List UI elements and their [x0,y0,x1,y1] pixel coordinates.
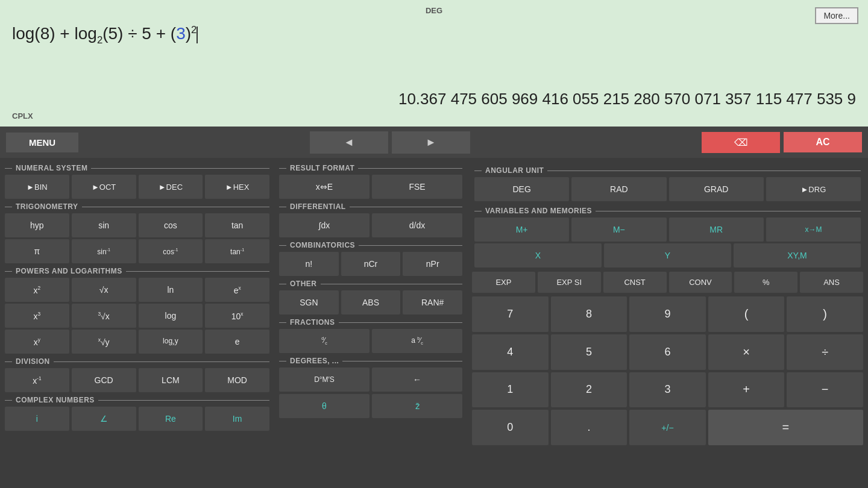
degrees-header: DEGREES, ... [279,357,462,365]
i-button[interactable]: i [5,407,69,431]
left-arrow-button[interactable]: ◄ [310,131,388,154]
lparen-button[interactable]: ( [708,296,785,332]
backspace-button[interactable]: ⌫ [702,132,780,153]
0-button[interactable]: 0 [472,410,549,445]
10x-button[interactable]: 10x [205,304,269,328]
abs-button[interactable]: ABS [341,290,401,314]
xym-button[interactable]: XY,M [734,243,861,267]
7-button[interactable]: 7 [472,296,549,332]
sin-button[interactable]: sin [72,213,136,237]
exp-button[interactable]: EXP [472,272,535,293]
cbrt-button[interactable]: 3√x [72,304,136,328]
8-button[interactable]: 8 [551,296,627,332]
6-button[interactable]: 6 [629,334,706,370]
menu-button[interactable]: MENU [6,133,78,152]
fse-button[interactable]: FSE [372,175,462,199]
ex-button[interactable]: ex [205,278,269,302]
plus-button[interactable]: + [708,372,785,408]
dot-button[interactable]: . [551,410,627,445]
xm-button[interactable]: x→M [766,217,861,242]
lcm-button[interactable]: LCM [139,368,203,392]
right-arrow-button[interactable]: ► [392,131,470,154]
9-button[interactable]: 9 [629,296,706,332]
hex-button[interactable]: ►HEX [205,175,269,199]
toolbar: MENU ◄ ► ⌫ AC [0,127,868,158]
other-row: SGN ABS RAN# [279,290,462,314]
oct-button[interactable]: ►OCT [72,175,136,199]
div-button[interactable]: ÷ [787,334,863,370]
pct-button[interactable]: % [734,272,797,293]
grad-btn[interactable]: GRAD [669,177,764,201]
zbar-button[interactable]: z̄ [372,394,462,418]
x2-button[interactable]: x2 [5,278,69,302]
mr-button[interactable]: MR [669,217,764,242]
dc-button[interactable]: d⁄c [279,329,370,353]
xrty-button[interactable]: x√y [72,330,136,354]
abdc-button[interactable]: a b⁄c [372,329,462,353]
variables-section: VARIABLES AND MEMORIES M+ M− MR x→M X Y … [470,203,866,269]
mminus-button[interactable]: M− [571,217,666,242]
other-header: OTHER [279,280,462,288]
sin-inv-button[interactable]: sin-1 [72,239,136,263]
log-button[interactable]: log [139,304,203,328]
int-dx-button[interactable]: ∫dx [279,213,370,237]
result-format-header: RESULT FORMAT [279,164,462,172]
2-button[interactable]: 2 [551,372,627,408]
left-panel: NUMERAL SYSTEM ►BIN ►OCT ►DEC ►HEX TRIGO… [0,158,274,488]
more-button[interactable]: More... [815,7,858,24]
conv-button[interactable]: CONV [669,272,732,293]
x-button[interactable]: X [474,243,602,267]
x3-button[interactable]: x3 [5,304,69,328]
angle-button[interactable]: ∠ [72,407,136,431]
cos-button[interactable]: cos [139,213,203,237]
mod-button[interactable]: MOD [205,368,269,392]
xy-button[interactable]: xy [5,330,69,354]
xinv-button[interactable]: x-1 [5,368,69,392]
mul-button[interactable]: × [708,334,785,370]
ans-button[interactable]: ANS [800,272,863,293]
fact-button[interactable]: n! [279,252,339,276]
ran-button[interactable]: RAN# [403,290,462,314]
hyp-button[interactable]: hyp [5,213,69,237]
minus-button[interactable]: − [787,372,863,408]
3-button[interactable]: 3 [629,372,706,408]
sgn-button[interactable]: SGN [279,290,339,314]
drg-btn[interactable]: ►DRG [766,177,861,201]
4-button[interactable]: 4 [472,334,549,370]
result-format-row: x⇔E FSE [279,175,462,199]
5-button[interactable]: 5 [551,334,627,370]
equals-button[interactable]: = [708,410,863,445]
theta-button[interactable]: θ [279,394,370,418]
tan-inv-button[interactable]: tan-1 [205,239,269,263]
gcd-button[interactable]: GCD [72,368,136,392]
expsi-button[interactable]: EXP SI [538,272,601,293]
bin-button[interactable]: ►BIN [5,175,69,199]
1-button[interactable]: 1 [472,372,549,408]
d-dx-button[interactable]: d/dx [372,213,462,237]
deg-btn[interactable]: DEG [474,177,569,201]
logxy-button[interactable]: logxy [139,330,203,354]
y-button[interactable]: Y [604,243,731,267]
cnst-button[interactable]: CNST [603,272,667,293]
numeral-system-row: ►BIN ►OCT ►DEC ►HEX [5,175,269,199]
xe-button[interactable]: x⇔E [279,175,370,199]
mplus-button[interactable]: M+ [474,217,569,242]
back-button[interactable]: ← [372,368,462,392]
ncr-button[interactable]: nCr [341,252,401,276]
im-button[interactable]: Im [205,407,269,431]
dms-button[interactable]: D°M′S [279,368,370,392]
pm-button[interactable]: +/− [629,410,706,445]
ac-button[interactable]: AC [784,132,862,152]
rparen-button[interactable]: ) [787,296,863,332]
cos-inv-button[interactable]: cos-1 [139,239,203,263]
tan-button[interactable]: tan [205,213,269,237]
rad-btn[interactable]: RAD [571,177,666,201]
combinatorics-header: COMBINATORICS [279,241,462,249]
re-button[interactable]: Re [139,407,203,431]
sqrt-button[interactable]: √x [72,278,136,302]
ln-button[interactable]: ln [139,278,203,302]
pi-button[interactable]: π [5,239,69,263]
npr-button[interactable]: nPr [403,252,462,276]
dec-button[interactable]: ►DEC [139,175,203,199]
e-button[interactable]: e [205,330,269,354]
